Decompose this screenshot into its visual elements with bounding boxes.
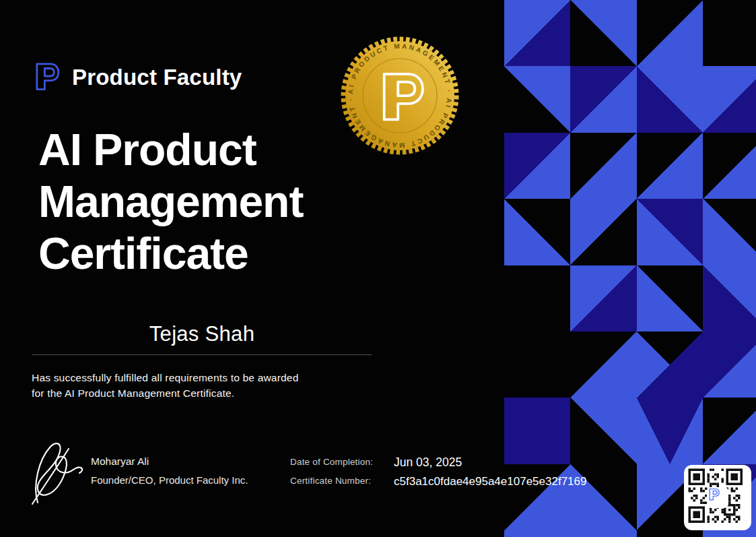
statement-line-2: for the AI Product Management Certificat… [32, 385, 299, 401]
certificate-title: AI Product Management Certificate [38, 124, 303, 280]
title-line-1: AI Product [38, 124, 303, 176]
brand-name: Product Faculty [72, 65, 242, 90]
qr-center-logo [707, 487, 728, 508]
signature-flourish [30, 437, 94, 507]
qr-code [684, 465, 751, 530]
title-line-3: Certificate [38, 228, 303, 280]
signer-name: Moharyar Ali [91, 455, 149, 468]
certificate-number-label: Certificate Number: [290, 476, 371, 486]
brand-header: Product Faculty [30, 60, 242, 95]
recipient-name: Tejas Shah [32, 322, 372, 346]
gold-seal: AI PRODUCT MANAGEMENT · AI PRODUCT MANAG… [341, 36, 459, 155]
statement-line-1: Has successfully fulfilled all requireme… [32, 370, 299, 385]
date-of-completion-label: Date of Completion: [290, 457, 373, 467]
certificate-page: Product Faculty AI PRODUCT MANAGEMENT · … [0, 0, 756, 537]
recipient-underline [32, 354, 372, 355]
award-statement: Has successfully fulfilled all requireme… [32, 370, 299, 401]
pattern-tiles [504, 0, 756, 537]
date-of-completion-value: Jun 03, 2025 [394, 455, 462, 470]
product-faculty-p-logo-icon [707, 487, 720, 501]
product-faculty-logo-icon [30, 60, 61, 95]
geometric-pattern [504, 0, 756, 537]
certificate-number-value: c5f3a1c0fdae4e95a4e107e5e32f7169 [394, 475, 586, 488]
title-line-2: Management [38, 176, 303, 228]
signer-title: Founder/CEO, Product Faculty Inc. [91, 474, 248, 486]
